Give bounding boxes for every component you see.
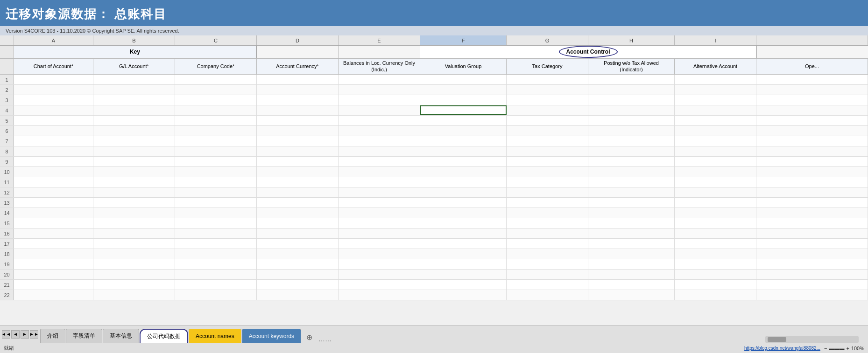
zoom-slider[interactable]: ▬▬▬ xyxy=(829,346,844,351)
data-cell-r2-balances[interactable] xyxy=(339,85,420,95)
data-cell-r3-account-currency[interactable] xyxy=(257,95,339,105)
data-cell-r20-valuation-group[interactable] xyxy=(420,270,507,279)
tab-nav-first[interactable]: ◄◄ xyxy=(2,330,10,339)
data-cell-r10-account-currency[interactable] xyxy=(257,167,339,177)
data-cell-r18-posting-wo-tax[interactable] xyxy=(588,249,675,259)
data-cell-r21-account-currency[interactable] xyxy=(257,280,339,290)
data-cell-r4-posting-wo-tax[interactable] xyxy=(588,105,675,115)
data-cell-r18-chart-of-account[interactable] xyxy=(14,249,93,259)
data-cell-r21-posting-wo-tax[interactable] xyxy=(588,280,675,290)
data-cell-r5-ope[interactable] xyxy=(756,116,868,125)
data-cell-r15-tax-category[interactable] xyxy=(507,218,588,228)
data-cell-r6-chart-of-account[interactable] xyxy=(14,126,93,136)
col-letter-c[interactable]: C xyxy=(175,35,257,45)
col-header-balances[interactable]: Balances in Loc. Currency Only(Indic.) xyxy=(339,59,420,74)
data-cell-r7-gl-account[interactable] xyxy=(93,136,175,146)
data-cell-r22-company-code[interactable] xyxy=(175,290,257,300)
data-cell-r14-tax-category[interactable] xyxy=(507,208,588,218)
data-cell-r2-chart-of-account[interactable] xyxy=(14,85,93,95)
data-cell-r11-valuation-group[interactable] xyxy=(420,177,507,187)
data-cell-r9-company-code[interactable] xyxy=(175,157,257,166)
data-cell-r1-tax-category[interactable] xyxy=(507,75,588,84)
data-cell-r9-valuation-group[interactable] xyxy=(420,157,507,166)
data-cell-r20-ope[interactable] xyxy=(756,270,868,279)
data-cell-r1-chart-of-account[interactable] xyxy=(14,75,93,84)
data-cell-r8-tax-category[interactable] xyxy=(507,146,588,156)
data-cell-r9-alt-account[interactable] xyxy=(675,157,756,166)
data-cell-r6-posting-wo-tax[interactable] xyxy=(588,126,675,136)
data-cell-r9-balances[interactable] xyxy=(339,157,420,166)
data-cell-r14-balances[interactable] xyxy=(339,208,420,218)
data-cell-r5-company-code[interactable] xyxy=(175,116,257,125)
data-cell-r19-gl-account[interactable] xyxy=(93,259,175,269)
data-cell-r19-tax-category[interactable] xyxy=(507,259,588,269)
col-letter-h[interactable]: H xyxy=(588,35,675,45)
data-cell-r10-ope[interactable] xyxy=(756,167,868,177)
data-cell-r5-gl-account[interactable] xyxy=(93,116,175,125)
data-cell-r8-chart-of-account[interactable] xyxy=(14,146,93,156)
data-cell-r22-chart-of-account[interactable] xyxy=(14,290,93,300)
data-cell-r2-alt-account[interactable] xyxy=(675,85,756,95)
col-header-alt-account[interactable]: Alternative Account xyxy=(675,59,756,74)
data-cell-r14-chart-of-account[interactable] xyxy=(14,208,93,218)
data-cell-r16-ope[interactable] xyxy=(756,228,868,238)
data-cell-r3-company-code[interactable] xyxy=(175,95,257,105)
data-cell-r14-account-currency[interactable] xyxy=(257,208,339,218)
data-cell-r22-balances[interactable] xyxy=(339,290,420,300)
data-cell-r1-account-currency[interactable] xyxy=(257,75,339,84)
data-cell-r10-tax-category[interactable] xyxy=(507,167,588,177)
data-cell-r1-ope[interactable] xyxy=(756,75,868,84)
data-cell-r18-alt-account[interactable] xyxy=(675,249,756,259)
data-cell-r13-gl-account[interactable] xyxy=(93,198,175,208)
data-cell-r16-gl-account[interactable] xyxy=(93,228,175,238)
data-cell-r11-balances[interactable] xyxy=(339,177,420,187)
data-cell-r13-account-currency[interactable] xyxy=(257,198,339,208)
data-cell-r8-company-code[interactable] xyxy=(175,146,257,156)
data-cell-r17-posting-wo-tax[interactable] xyxy=(588,239,675,249)
data-cell-r22-gl-account[interactable] xyxy=(93,290,175,300)
data-cell-r8-gl-account[interactable] xyxy=(93,146,175,156)
tab-nav-last[interactable]: ►► xyxy=(30,330,38,339)
col-header-posting-wo-tax[interactable]: Posting w/o Tax Allowed(Indicator) xyxy=(588,59,675,74)
data-cell-r15-ope[interactable] xyxy=(756,218,868,228)
data-cell-r19-posting-wo-tax[interactable] xyxy=(588,259,675,269)
data-cell-r18-account-currency[interactable] xyxy=(257,249,339,259)
data-cell-r20-gl-account[interactable] xyxy=(93,270,175,279)
zoom-minus[interactable]: − xyxy=(824,346,827,351)
data-cell-r15-account-currency[interactable] xyxy=(257,218,339,228)
data-cell-r20-account-currency[interactable] xyxy=(257,270,339,279)
data-cell-r21-valuation-group[interactable] xyxy=(420,280,507,290)
data-cell-r22-account-currency[interactable] xyxy=(257,290,339,300)
data-cell-r3-alt-account[interactable] xyxy=(675,95,756,105)
data-cell-r17-tax-category[interactable] xyxy=(507,239,588,249)
data-cell-r4-ope[interactable] xyxy=(756,105,868,115)
data-cell-r1-posting-wo-tax[interactable] xyxy=(588,75,675,84)
data-cell-r18-valuation-group[interactable] xyxy=(420,249,507,259)
data-cell-r8-posting-wo-tax[interactable] xyxy=(588,146,675,156)
data-cell-r5-valuation-group[interactable] xyxy=(420,116,507,125)
data-cell-r19-valuation-group[interactable] xyxy=(420,259,507,269)
data-cell-r11-tax-category[interactable] xyxy=(507,177,588,187)
tab-nav-prev[interactable]: ◄ xyxy=(11,330,20,339)
data-cell-r17-ope[interactable] xyxy=(756,239,868,249)
data-cell-r3-posting-wo-tax[interactable] xyxy=(588,95,675,105)
data-cell-r18-balances[interactable] xyxy=(339,249,420,259)
data-cell-r17-balances[interactable] xyxy=(339,239,420,249)
data-cell-r21-chart-of-account[interactable] xyxy=(14,280,93,290)
col-letter-i[interactable]: I xyxy=(675,35,756,45)
data-cell-r21-balances[interactable] xyxy=(339,280,420,290)
data-cell-r3-ope[interactable] xyxy=(756,95,868,105)
data-cell-r10-company-code[interactable] xyxy=(175,167,257,177)
data-cell-r11-ope[interactable] xyxy=(756,177,868,187)
data-cell-r7-posting-wo-tax[interactable] xyxy=(588,136,675,146)
data-cell-r1-alt-account[interactable] xyxy=(675,75,756,84)
data-cell-r4-company-code[interactable] xyxy=(175,105,257,115)
tab-company-code-data[interactable]: 公司代码数据 xyxy=(140,329,188,343)
data-cell-r10-chart-of-account[interactable] xyxy=(14,167,93,177)
data-cell-r19-balances[interactable] xyxy=(339,259,420,269)
data-cell-r16-posting-wo-tax[interactable] xyxy=(588,228,675,238)
data-cell-r2-ope[interactable] xyxy=(756,85,868,95)
data-cell-r15-chart-of-account[interactable] xyxy=(14,218,93,228)
data-cell-r1-balances[interactable] xyxy=(339,75,420,84)
data-cell-r14-valuation-group[interactable] xyxy=(420,208,507,218)
